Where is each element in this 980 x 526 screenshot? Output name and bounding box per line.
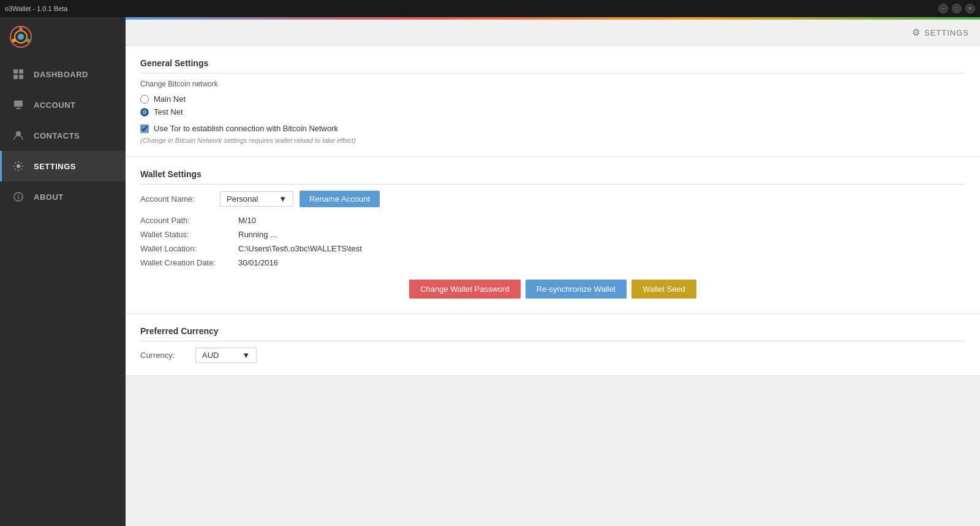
general-settings-section: General Settings Change Bitcoin network … <box>126 46 980 157</box>
main-net-label: Main Net <box>154 94 186 104</box>
tor-checkbox-item[interactable]: Use Tor to establish connection with Bit… <box>140 124 965 133</box>
svg-rect-11 <box>16 108 21 109</box>
sidebar-nav: DASHBOARD ACCOUNT CONT <box>0 59 126 212</box>
account-icon <box>12 98 25 112</box>
wallet-creation-row: Wallet Creation Date: 30/01/2016 <box>140 258 965 267</box>
page-title: SETTINGS <box>924 28 969 37</box>
about-icon: i <box>12 190 25 204</box>
wallet-action-buttons: Change Wallet Password Re-synchronize Wa… <box>140 280 965 299</box>
currency-label: Currency: <box>140 351 189 360</box>
svg-point-3 <box>19 27 23 31</box>
main-net-option[interactable]: Main Net <box>140 94 965 104</box>
svg-point-4 <box>26 39 30 42</box>
svg-point-2 <box>18 34 24 40</box>
settings-label: SETTINGS <box>34 162 76 171</box>
contacts-label: CONTACTS <box>34 131 80 140</box>
preferred-currency-title: Preferred Currency <box>140 326 965 341</box>
dropdown-chevron-icon: ▼ <box>279 194 287 204</box>
resync-wallet-button[interactable]: Re-synchronize Wallet <box>526 280 627 299</box>
wallet-status-label: Wallet Status: <box>140 230 238 239</box>
account-label: ACCOUNT <box>34 101 76 110</box>
wallet-status-value: Running ... <box>238 230 277 239</box>
sidebar-item-dashboard[interactable]: DASHBOARD <box>0 59 126 90</box>
account-name-dropdown[interactable]: Personal ▼ <box>220 191 293 207</box>
sidebar: DASHBOARD ACCOUNT CONT <box>0 17 126 526</box>
content-area: General Settings Change Bitcoin network … <box>126 46 980 526</box>
app-logo <box>10 26 32 48</box>
dashboard-icon <box>12 67 25 81</box>
sidebar-item-about[interactable]: i ABOUT <box>0 181 126 212</box>
contacts-icon <box>12 129 25 142</box>
logo-area <box>0 17 126 56</box>
close-button[interactable]: ✕ <box>965 4 975 13</box>
test-net-label: Test Net <box>154 107 183 116</box>
wallet-creation-value: 30/01/2016 <box>238 258 278 267</box>
tor-label: Use Tor to establish connection with Bit… <box>154 124 338 133</box>
test-net-option[interactable]: Test Net <box>140 107 965 116</box>
currency-value: AUD <box>202 351 219 360</box>
wallet-location-value: C:\Users\Test\.o3bc\WALLETS\test <box>238 244 362 253</box>
wallet-status-row: Wallet Status: Running ... <box>140 230 965 239</box>
settings-page-icon: ⚙ <box>912 27 921 38</box>
svg-text:i: i <box>17 194 19 200</box>
general-settings-title: General Settings <box>140 58 965 74</box>
app-title: o3Wallet - 1.0.1 Beta <box>5 5 67 12</box>
change-password-button[interactable]: Change Wallet Password <box>409 280 520 299</box>
svg-point-13 <box>17 164 20 168</box>
about-label: ABOUT <box>34 192 64 202</box>
sidebar-item-account[interactable]: ACCOUNT <box>0 90 126 120</box>
wallet-location-label: Wallet Location: <box>140 244 238 253</box>
wallet-settings-title: Wallet Settings <box>140 169 965 185</box>
svg-point-5 <box>12 39 16 42</box>
titlebar: o3Wallet - 1.0.1 Beta – □ ✕ <box>0 0 980 17</box>
minimize-button[interactable]: – <box>938 4 948 13</box>
account-name-value: Personal <box>227 194 258 204</box>
wallet-location-row: Wallet Location: C:\Users\Test\.o3bc\WAL… <box>140 244 965 253</box>
tor-checkbox[interactable] <box>140 124 149 133</box>
currency-chevron-icon: ▼ <box>242 351 250 360</box>
main-area: ⚙ SETTINGS General Settings Change Bitco… <box>126 17 980 526</box>
wallet-seed-button[interactable]: Wallet Seed <box>631 280 696 299</box>
network-subtitle: Change Bitcoin network <box>140 80 965 88</box>
maximize-button[interactable]: □ <box>952 4 962 13</box>
main-net-radio[interactable] <box>140 95 149 104</box>
sidebar-item-settings[interactable]: SETTINGS <box>0 151 126 181</box>
page-header: ⚙ SETTINGS <box>126 20 980 46</box>
wallet-creation-label: Wallet Creation Date: <box>140 258 238 267</box>
svg-rect-9 <box>19 75 23 79</box>
network-note: (Change in Bitcoin Network settings requ… <box>140 137 965 144</box>
account-name-label: Account Name: <box>140 194 214 204</box>
window-controls[interactable]: – □ ✕ <box>938 4 975 13</box>
svg-rect-6 <box>13 69 18 74</box>
account-name-row: Account Name: Personal ▼ Rename Account <box>140 191 965 207</box>
dashboard-label: DASHBOARD <box>34 70 88 79</box>
account-path-value: M/10 <box>238 216 256 225</box>
page-title-area: ⚙ SETTINGS <box>912 27 969 38</box>
currency-dropdown[interactable]: AUD ▼ <box>195 348 257 363</box>
svg-rect-10 <box>14 101 23 107</box>
test-net-radio[interactable] <box>140 108 149 116</box>
currency-row: Currency: AUD ▼ <box>140 348 965 363</box>
svg-rect-8 <box>13 75 18 79</box>
svg-rect-7 <box>19 69 23 74</box>
preferred-currency-section: Preferred Currency Currency: AUD ▼ <box>126 314 980 376</box>
network-radio-group: Main Net Test Net <box>140 94 965 116</box>
settings-icon <box>12 159 25 173</box>
wallet-settings-section: Wallet Settings Account Name: Personal ▼… <box>126 157 980 314</box>
sidebar-item-contacts[interactable]: CONTACTS <box>0 120 126 151</box>
account-path-row: Account Path: M/10 <box>140 216 965 225</box>
account-path-label: Account Path: <box>140 216 238 225</box>
rename-account-button[interactable]: Rename Account <box>300 191 380 207</box>
